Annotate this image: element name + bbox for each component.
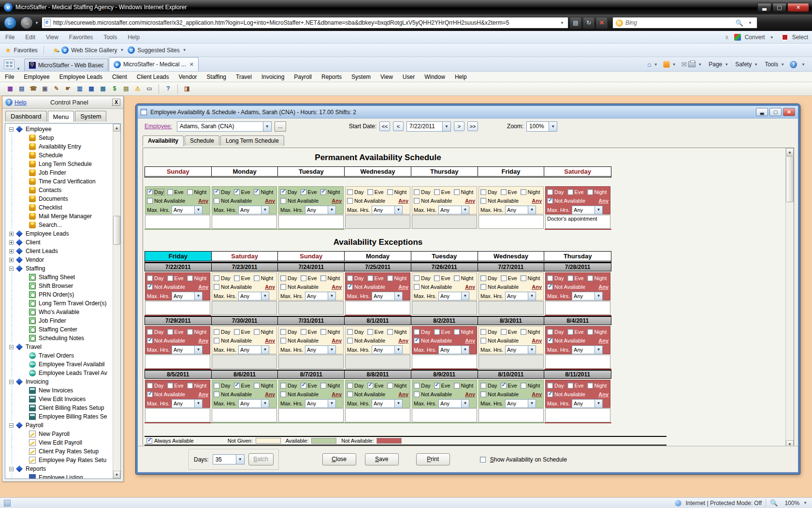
tree-group-employee[interactable]: Employee <box>5 125 112 134</box>
day-checkbox[interactable] <box>280 329 286 335</box>
expand-icon[interactable] <box>9 258 14 262</box>
note-box[interactable] <box>278 215 344 229</box>
signature-icon[interactable]: ✎ <box>52 85 61 93</box>
page-zoom-level[interactable]: 100% <box>784 500 799 507</box>
tree-item-client-billing-rates-setup[interactable]: Client Billing Rates Setup <box>5 403 112 412</box>
collapse-icon[interactable] <box>9 345 14 349</box>
browser-tab-1[interactable]: MicroStaffer - Web Based ... <box>24 59 108 71</box>
eve-checkbox[interactable] <box>367 275 373 281</box>
eve-checkbox[interactable] <box>567 383 573 388</box>
employee-dropdown-icon[interactable]: ▼ <box>263 122 271 131</box>
day-checkbox[interactable] <box>347 329 353 335</box>
note-box[interactable] <box>412 408 477 422</box>
note-box[interactable] <box>478 215 544 229</box>
address-bar[interactable]: http://secureweb.microstaffer.com/micros… <box>42 17 568 29</box>
dropdown-icon[interactable]: ▼ <box>394 206 402 214</box>
max-hours-dropdown[interactable]: Any▼ <box>372 206 403 214</box>
tree-item-schedule[interactable]: Schedule <box>5 151 112 160</box>
eve-checkbox[interactable] <box>501 189 507 195</box>
any-link[interactable]: Any <box>598 198 609 204</box>
tree-item-time-card-verification[interactable]: Time Card Verification <box>5 177 112 186</box>
max-hours-dropdown[interactable]: Any▼ <box>305 206 336 214</box>
app-menu-invoicing[interactable]: Invoicing <box>257 74 289 80</box>
safety-menu-button[interactable]: Safety <box>734 61 752 68</box>
search-dropdown-icon[interactable]: ▼ <box>746 21 754 25</box>
note-box[interactable] <box>345 215 410 229</box>
expand-icon[interactable] <box>9 232 14 236</box>
eve-checkbox[interactable] <box>167 329 173 335</box>
tree-item-contacts[interactable]: Contacts <box>5 186 112 194</box>
app-menu-employee-leads[interactable]: Employee Leads <box>55 74 107 80</box>
day-checkbox[interactable] <box>347 383 353 388</box>
dropdown-icon[interactable]: ▼ <box>394 292 402 300</box>
alerts-warning-icon[interactable]: ⚠ <box>133 85 142 93</box>
print-icon[interactable] <box>688 61 696 67</box>
day-checkbox[interactable] <box>414 329 420 335</box>
search-input[interactable]: Bing <box>625 19 736 26</box>
suggested-sites-dropdown-icon[interactable]: ▼ <box>183 48 187 52</box>
tools-menu-button[interactable]: Tools <box>763 61 778 68</box>
days-combobox[interactable]: 35 ▼ <box>213 454 245 464</box>
max-hours-dropdown[interactable]: Any▼ <box>172 292 203 300</box>
back-button[interactable]: ← <box>4 16 16 29</box>
max-hours-dropdown[interactable]: Any▼ <box>572 292 603 300</box>
max-hours-dropdown[interactable]: Any▼ <box>238 206 269 214</box>
note-box[interactable] <box>278 355 344 369</box>
zoom-icon[interactable]: 🔍 <box>770 499 778 507</box>
night-checkbox[interactable] <box>320 329 326 335</box>
any-link[interactable]: Any <box>198 338 208 344</box>
tree-item-job-finder[interactable]: Job Finder <box>5 316 112 325</box>
note-box[interactable] <box>212 215 277 229</box>
app-menu-employee[interactable]: Employee <box>19 74 54 80</box>
night-checkbox[interactable] <box>454 383 460 388</box>
note-box[interactable] <box>278 301 344 315</box>
first-week-button[interactable]: << <box>379 121 390 131</box>
show-availability-checkbox[interactable] <box>480 457 486 463</box>
night-checkbox[interactable] <box>254 189 260 195</box>
tree-group-staffing[interactable]: Staffing <box>5 264 112 273</box>
eve-checkbox[interactable] <box>167 383 173 388</box>
zoom-dropdown-icon[interactable]: ▼ <box>803 501 807 505</box>
app-menu-client-leads[interactable]: Client Leads <box>132 74 174 80</box>
max-hours-dropdown[interactable]: Any▼ <box>172 206 203 214</box>
tree-item-job-finder[interactable]: Job Finder <box>5 168 112 177</box>
dropdown-icon[interactable]: ▼ <box>194 400 202 407</box>
dropdown-icon[interactable]: ▼ <box>261 400 269 407</box>
day-checkbox[interactable] <box>480 275 486 281</box>
not available-checkbox[interactable] <box>414 391 420 397</box>
any-link[interactable]: Any <box>465 198 475 204</box>
night-checkbox[interactable] <box>387 275 393 281</box>
tab-long-term-schedule[interactable]: Long Term Schedule <box>220 135 284 146</box>
day-checkbox[interactable] <box>280 275 286 281</box>
not available-checkbox[interactable] <box>147 338 153 344</box>
eve-checkbox[interactable] <box>167 189 173 195</box>
tree-item-new-payroll[interactable]: New Payroll <box>5 430 112 438</box>
tree-group-client-leads[interactable]: Client Leads <box>5 247 112 255</box>
browser-menu-tools[interactable]: Tools <box>98 34 122 41</box>
tree-item-employee-billing-rates-se[interactable]: Employee Billing Rates Se <box>5 412 112 421</box>
tab-close-icon[interactable]: ✕ <box>189 61 194 68</box>
day-checkbox[interactable] <box>414 189 420 195</box>
any-link[interactable]: Any <box>398 338 408 344</box>
dropdown-icon[interactable]: ▼ <box>261 292 269 300</box>
max-hours-dropdown[interactable]: Any▼ <box>305 399 336 408</box>
max-hours-dropdown[interactable]: Any▼ <box>372 345 403 354</box>
browser-tab-2[interactable]: eMicroStaffer - Medical ...✕ <box>109 57 199 71</box>
tree-item-search-[interactable]: Search... <box>5 221 112 229</box>
day-checkbox[interactable] <box>280 383 286 388</box>
favorites-button[interactable]: Favorites <box>14 47 37 54</box>
night-checkbox[interactable] <box>587 383 593 388</box>
tree-group-invoicing[interactable]: Invoicing <box>5 377 112 386</box>
help-icon[interactable]: ? <box>790 61 797 68</box>
employee-link[interactable]: Employee: <box>145 123 172 130</box>
day-checkbox[interactable] <box>547 329 553 335</box>
app-menu-staffing[interactable]: Staffing <box>202 74 231 80</box>
convert-dropdown-icon[interactable]: ▼ <box>770 35 774 40</box>
not available-checkbox[interactable] <box>547 391 553 397</box>
tab-schedule[interactable]: Schedule <box>185 135 219 146</box>
day-checkbox[interactable] <box>480 189 486 195</box>
expand-icon[interactable] <box>9 240 14 245</box>
prev-week-button[interactable]: < <box>393 121 404 131</box>
app-menu-reports[interactable]: Reports <box>317 74 347 80</box>
tree-item-employee-listing[interactable]: Employee Listing <box>5 473 112 479</box>
